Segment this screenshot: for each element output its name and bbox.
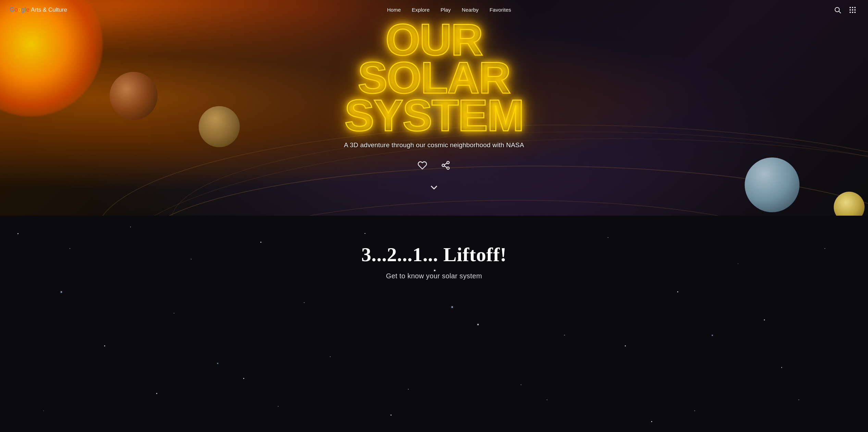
nav-home[interactable]: Home (383, 4, 405, 15)
chevron-down-icon (429, 182, 439, 193)
hero-content: OUR SOLAR SYSTEM A 3D adventure through … (0, 0, 868, 216)
hero-subtitle: A 3D adventure through our cosmic neighb… (344, 141, 524, 149)
search-button[interactable] (831, 3, 844, 16)
logo-arts-text: Arts & Culture (31, 7, 67, 13)
navbar: Google Arts & Culture Home Explore Play … (0, 0, 868, 20)
nav-explore[interactable]: Explore (408, 4, 434, 15)
nav-icons (831, 3, 858, 16)
scroll-down-button[interactable] (427, 180, 441, 195)
logo-google-text: Google (10, 6, 29, 13)
nav-favorites[interactable]: Favorites (485, 4, 515, 15)
apps-grid-icon (850, 7, 856, 13)
liftoff-title: 3...2...1... Liftoff! (361, 243, 507, 266)
hero-actions (416, 158, 452, 172)
site-logo[interactable]: Google Arts & Culture (10, 6, 67, 13)
apps-button[interactable] (847, 4, 858, 16)
svg-line-11 (444, 163, 447, 165)
hero-title: OUR SOLAR SYSTEM (345, 21, 524, 135)
hero-title-line3: SYSTEM (345, 90, 524, 140)
share-button[interactable] (439, 158, 452, 172)
heart-icon (418, 161, 427, 170)
nav-links: Home Explore Play Nearby Favorites (383, 4, 516, 15)
share-icon (441, 161, 450, 170)
liftoff-subtitle: Get to know your solar system (386, 272, 482, 280)
hero-section: OUR SOLAR SYSTEM A 3D adventure through … (0, 0, 868, 216)
favorite-button[interactable] (416, 158, 429, 172)
svg-line-10 (444, 166, 447, 168)
lower-content: 3...2...1... Liftoff! Get to know your s… (0, 216, 868, 432)
nav-nearby[interactable]: Nearby (458, 4, 483, 15)
nav-play[interactable]: Play (436, 4, 455, 15)
svg-line-1 (839, 11, 841, 13)
search-icon (834, 6, 841, 14)
lower-section: 3...2...1... Liftoff! Get to know your s… (0, 216, 868, 432)
